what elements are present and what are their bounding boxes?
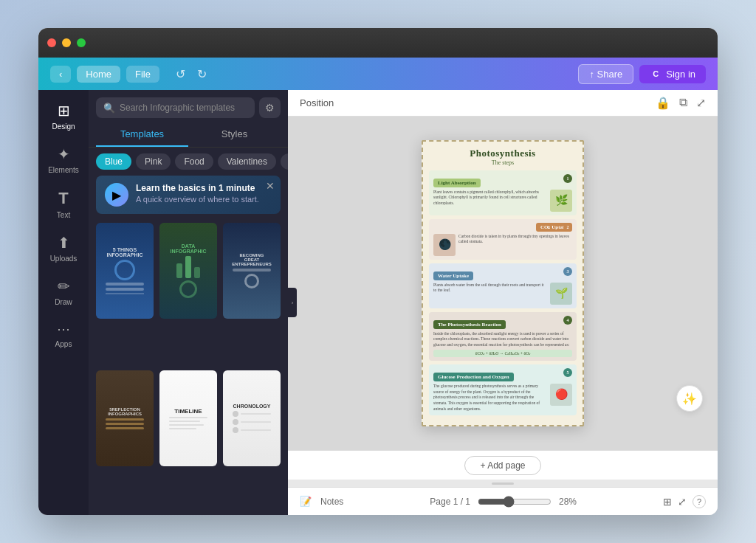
- history-nav: ↺ ↻: [171, 64, 211, 84]
- card-bar: [106, 288, 145, 291]
- chip-valentines[interactable]: Valentines: [218, 153, 276, 170]
- template-card[interactable]: 5REFLECTIONINFOGRAPHICS: [96, 370, 154, 466]
- bottom-bar-center: Page 1 / 1 28%: [352, 496, 654, 508]
- toolbar-left: ‹ Home File ↺ ↻: [50, 64, 211, 84]
- tab-styles[interactable]: Styles: [188, 122, 281, 147]
- apps-icon: ⋯: [57, 321, 70, 337]
- canvas-area: Position 🔒 ⧉ ⤢ Photosynthesis The steps: [288, 90, 718, 515]
- sidebar-item-uploads[interactable]: ⬆ Uploads: [43, 228, 84, 269]
- card-items: [233, 411, 272, 433]
- main-content: ⊞ Design ✦ Elements T Text ⬆ Uploads ✏ D…: [38, 90, 718, 515]
- apps-label: Apps: [55, 340, 72, 348]
- collapse-handle[interactable]: [288, 480, 718, 487]
- card-content: TIMELINE: [159, 370, 217, 466]
- panel-toggle[interactable]: ›: [288, 288, 297, 317]
- card-bar: [106, 283, 145, 286]
- step3-header: Water Uptake: [433, 272, 473, 280]
- chip-bi[interactable]: Bi: [281, 153, 288, 170]
- template-card[interactable]: CHRONOLOGY: [223, 370, 281, 466]
- page-label: Page 1 / 1: [430, 497, 470, 507]
- copy-canvas-icon[interactable]: ⧉: [679, 96, 687, 110]
- card-items: [169, 417, 208, 429]
- undo-button[interactable]: ↺: [171, 64, 190, 84]
- promo-subtitle: A quick overview of where to start.: [136, 195, 272, 204]
- tab-templates[interactable]: Templates: [96, 122, 188, 147]
- bottom-bar: 📝 Notes Page 1 / 1 28% ⊞ ⤢ ?: [288, 487, 718, 515]
- help-icon[interactable]: ?: [693, 495, 706, 508]
- step3-row: Plants absorb water from the soil throug…: [433, 283, 572, 305]
- expand-icon[interactable]: ⤢: [696, 96, 706, 110]
- template-card[interactable]: BECOMINGGREATENTREPRENEURS: [223, 223, 281, 319]
- template-card[interactable]: 5 THINGSINFOGRAPHIC: [96, 223, 154, 319]
- redo-button[interactable]: ↻: [193, 64, 211, 84]
- search-input[interactable]: [120, 103, 247, 113]
- card-content: BECOMINGGREATENTREPRENEURS: [223, 223, 281, 319]
- home-button[interactable]: Home: [77, 66, 120, 83]
- filter-chips: Blue Pink Food Valentines Bi ›: [89, 148, 288, 176]
- signin-button[interactable]: C Sign in: [639, 65, 706, 83]
- canvas-viewport[interactable]: Photosynthesis The steps 1 Light Absorpt…: [288, 117, 718, 450]
- minimize-button[interactable]: [62, 38, 71, 47]
- share-button[interactable]: ↑ Share: [578, 64, 633, 84]
- add-page-bar: + Add page: [288, 450, 718, 480]
- step5-row: The glucose produced during photosynthes…: [433, 384, 572, 412]
- draw-label: Draw: [55, 298, 72, 306]
- signin-label: Sign in: [666, 69, 695, 80]
- lock-icon[interactable]: 🔒: [656, 96, 670, 110]
- sidebar-item-apps[interactable]: ⋯ Apps: [43, 315, 84, 354]
- share-label: Share: [597, 69, 623, 80]
- step5-header: Glucose Production and Oxygen: [433, 373, 514, 381]
- step1-text: Plant leaves contain a pigment called ch…: [433, 190, 547, 207]
- chip-pink[interactable]: Pink: [136, 153, 171, 170]
- card-content: DATAINFOGRAPHIC: [159, 223, 217, 319]
- draw-icon: ✏: [58, 277, 70, 295]
- search-input-wrap[interactable]: 🔍: [96, 97, 255, 118]
- text-label: Text: [57, 211, 70, 219]
- close-button[interactable]: [47, 38, 56, 47]
- sidebar-item-elements[interactable]: ✦ Elements: [43, 139, 84, 180]
- card-content: 5REFLECTIONINFOGRAPHICS: [96, 370, 154, 466]
- design-icon: ⊞: [58, 102, 70, 120]
- toolbar-right: ↑ Share C Sign in: [578, 64, 706, 84]
- step1-img: 🌿: [550, 190, 572, 212]
- sidebar-item-text[interactable]: T Text: [43, 183, 84, 225]
- home-label: Home: [86, 69, 111, 80]
- text-icon: T: [58, 189, 68, 208]
- promo-icon: ▶: [105, 183, 128, 207]
- grid-view-icon[interactable]: ⊞: [663, 496, 672, 508]
- infographic: Photosynthesis The steps 1 Light Absorpt…: [422, 140, 584, 427]
- chip-blue[interactable]: Blue: [96, 153, 131, 170]
- card-bars: [176, 256, 200, 278]
- chip-food[interactable]: Food: [175, 153, 213, 170]
- notes-label[interactable]: Notes: [320, 497, 343, 507]
- canvas-page: Photosynthesis The steps 1 Light Absorpt…: [422, 140, 584, 427]
- step-3: 3 Water Uptake Plants absorb water from …: [429, 263, 577, 308]
- filter-button[interactable]: ⚙: [259, 97, 281, 118]
- design-label: Design: [52, 122, 75, 131]
- step5-img: 🔴: [550, 384, 572, 406]
- template-card[interactable]: TIMELINE: [159, 370, 217, 466]
- step2-text: Carbon dioxide is taken in by plants thr…: [458, 234, 572, 245]
- back-button[interactable]: ‹: [50, 66, 71, 83]
- sidebar-item-draw[interactable]: ✏ Draw: [43, 272, 84, 312]
- step1-row: Plant leaves contain a pigment called ch…: [433, 190, 572, 212]
- card-items: [106, 418, 145, 429]
- maximize-button[interactable]: [77, 38, 86, 47]
- magic-button[interactable]: ✨: [676, 385, 703, 412]
- file-button[interactable]: File: [126, 66, 159, 83]
- sidebar-item-design[interactable]: ⊞ Design: [43, 96, 84, 136]
- back-icon: ‹: [59, 69, 62, 80]
- page-slider[interactable]: [478, 496, 551, 508]
- file-label: File: [135, 69, 151, 80]
- add-page-button[interactable]: + Add page: [464, 456, 540, 475]
- elements-label: Elements: [48, 166, 79, 174]
- share-icon: ↑: [589, 69, 597, 80]
- fullscreen-icon[interactable]: ⤢: [678, 496, 687, 508]
- formula: 6CO₂ + 6H₂O → C₆H₁₂O₆ + 6O₂: [433, 350, 572, 357]
- search-icon: 🔍: [103, 103, 115, 114]
- promo-close-button[interactable]: ✕: [266, 180, 275, 192]
- template-card[interactable]: DATAINFOGRAPHIC: [159, 223, 217, 319]
- canvas-topbar: Position 🔒 ⧉ ⤢: [288, 90, 718, 117]
- step4-text: Inside the chloroplasts, the absorbed su…: [433, 331, 572, 348]
- tab-row: Templates Styles: [89, 122, 288, 148]
